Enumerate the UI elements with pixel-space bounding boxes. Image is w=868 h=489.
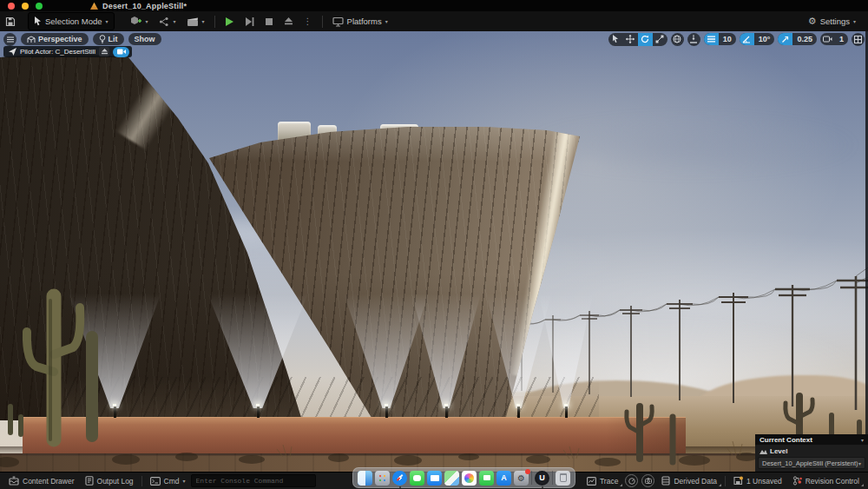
minimize-window-button[interactable] xyxy=(22,3,29,10)
scale-snap-control[interactable]: 0.25 xyxy=(778,33,817,45)
camera-speed-control[interactable]: 1 xyxy=(820,33,848,45)
light-fixture xyxy=(444,404,448,406)
surface-snapping-button[interactable] xyxy=(687,33,700,46)
unreal-editor-window: Desert_10_AppleStill* Selection Mode ▾ ▾… xyxy=(0,0,868,489)
transform-tools-group xyxy=(608,33,667,46)
level-icon xyxy=(760,447,767,454)
revision-control-button[interactable]: Revision Control xyxy=(787,474,865,488)
selection-mode-dropdown[interactable]: Selection Mode ▾ xyxy=(28,12,115,30)
platforms-dropdown[interactable]: Platforms ▾ xyxy=(327,13,393,30)
show-dropdown[interactable]: Show xyxy=(128,33,161,45)
titlebar: Desert_10_AppleStill* xyxy=(0,0,868,11)
rotate-tool-button[interactable] xyxy=(638,33,653,46)
eject-icon xyxy=(102,49,108,55)
stop-piloting-button[interactable] xyxy=(99,47,109,56)
blueprints-icon xyxy=(159,17,170,27)
dropdown-corner-indicator xyxy=(719,484,721,486)
revision-control-icon xyxy=(792,476,802,486)
camera-speed-value: 1 xyxy=(835,33,848,45)
stop-button[interactable] xyxy=(260,13,279,30)
uplight-beam xyxy=(482,278,556,408)
mail-dock-icon[interactable] xyxy=(427,471,442,486)
play-button[interactable] xyxy=(220,13,240,30)
save-button[interactable] xyxy=(0,13,21,30)
skip-button[interactable] xyxy=(240,13,260,30)
gear-icon: ⚙ xyxy=(517,473,525,483)
safari-dock-icon[interactable] xyxy=(392,471,407,486)
scale-snap-icon xyxy=(778,33,792,45)
scale-tool-button[interactable] xyxy=(653,33,667,46)
chevron-down-icon: ▾ xyxy=(385,18,388,24)
rotation-snap-control[interactable]: 10° xyxy=(740,33,775,45)
trash-dock-icon[interactable] xyxy=(556,471,570,486)
play-options-button[interactable]: ⋮ xyxy=(299,13,318,30)
close-window-button[interactable] xyxy=(8,3,15,10)
dock-separator xyxy=(531,471,532,485)
gear-icon: ⚙ xyxy=(808,16,817,27)
screenshot-button[interactable] xyxy=(641,474,654,487)
output-log-button[interactable]: Output Log xyxy=(80,474,139,488)
light-post xyxy=(385,406,388,418)
pilot-actor-bar: Pilot Actor: C_DesertStill xyxy=(3,46,132,57)
eject-button[interactable] xyxy=(279,13,299,30)
cinematics-button[interactable]: ▾ xyxy=(181,13,210,30)
system-settings-dock-icon[interactable]: ⚙ xyxy=(514,471,529,486)
chevron-down-icon: ▾ xyxy=(105,18,108,24)
trace-button[interactable]: Trace xyxy=(582,474,623,488)
zoom-window-button[interactable] xyxy=(36,3,43,10)
rotate-icon xyxy=(641,35,649,43)
blueprints-button[interactable]: ▾ xyxy=(154,13,181,30)
pilot-actor-label: Pilot Actor: C_DesertStill xyxy=(20,48,95,56)
dropdown-corner-indicator xyxy=(620,484,622,486)
settings-dropdown[interactable]: ⚙ Settings ▾ xyxy=(803,13,861,30)
grid-snap-control[interactable]: 10 xyxy=(704,33,736,45)
level-selector-dropdown[interactable]: Desert_10_AppleStill (Persistent) ▾ xyxy=(758,457,865,469)
launchpad-dock-icon[interactable] xyxy=(375,471,390,486)
maps-dock-icon[interactable] xyxy=(444,471,459,486)
perspective-dropdown[interactable]: Perspective xyxy=(21,33,89,45)
power-lines xyxy=(0,31,868,472)
maximize-viewport-button[interactable] xyxy=(852,33,865,46)
console-command-input[interactable] xyxy=(191,474,316,487)
light-post xyxy=(565,406,568,418)
add-actor-button[interactable]: ▾ xyxy=(125,13,154,30)
stop-icon xyxy=(265,17,273,26)
finder-dock-icon[interactable] xyxy=(358,471,372,486)
unsaved-icon xyxy=(733,476,743,486)
rooftop-tank xyxy=(318,125,337,141)
grid-snap-value: 10 xyxy=(719,33,736,45)
angle-snap-icon xyxy=(740,33,754,45)
surface-snap-icon xyxy=(689,35,698,43)
camera-icon xyxy=(117,49,126,55)
light-post xyxy=(257,406,260,418)
sunlit-edge xyxy=(115,61,190,150)
level-row: Level xyxy=(758,446,865,455)
select-tool-button[interactable] xyxy=(608,33,623,46)
dock-separator xyxy=(552,471,553,485)
distant-hill xyxy=(479,392,562,411)
facetime-dock-icon[interactable] xyxy=(479,471,494,486)
scale-icon xyxy=(655,35,664,43)
gauge-icon xyxy=(628,478,635,485)
current-context-header[interactable]: Current Context ▾ xyxy=(755,434,868,445)
move-tool-button[interactable] xyxy=(623,33,638,46)
move-icon xyxy=(626,35,635,43)
unsaved-changes-button[interactable]: 1 Unsaved xyxy=(728,474,787,488)
current-context-panel: Current Context ▾ Level Desert_10_AppleS… xyxy=(755,434,868,472)
lit-dropdown[interactable]: Lit xyxy=(93,33,124,45)
world-local-space-button[interactable] xyxy=(671,33,684,46)
unreal-engine-dock-icon[interactable]: U xyxy=(535,471,549,486)
derived-data-button[interactable]: Derived Data xyxy=(656,474,722,488)
insights-button[interactable] xyxy=(625,474,638,487)
app-store-dock-icon[interactable]: A xyxy=(496,471,511,486)
content-drawer-button[interactable]: Content Drawer xyxy=(3,474,80,488)
console-mode-dropdown[interactable]: Cmd ▾ xyxy=(145,474,191,488)
pilot-camera-toggle[interactable] xyxy=(113,47,129,57)
chevron-down-icon: ▾ xyxy=(146,18,148,24)
viewport-options-menu[interactable] xyxy=(3,33,16,46)
content-drawer-icon xyxy=(9,476,19,486)
window-title: Desert_10_AppleStill* xyxy=(102,2,187,10)
messages-dock-icon[interactable] xyxy=(410,471,424,486)
viewport-3d-scene[interactable]: Perspective Lit Show xyxy=(0,31,868,472)
photos-dock-icon[interactable] xyxy=(462,471,477,486)
